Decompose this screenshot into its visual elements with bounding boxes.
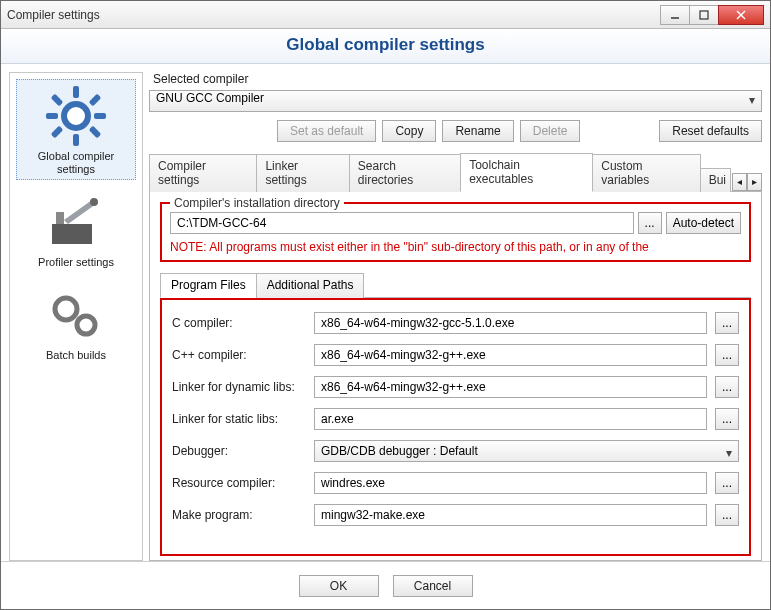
batch-gears-icon — [44, 283, 108, 347]
ok-button[interactable]: OK — [299, 575, 379, 597]
label-c-compiler: C compiler: — [172, 316, 306, 330]
input-linker-static[interactable] — [314, 408, 707, 430]
subtabbar: Program Files Additional Paths — [160, 272, 751, 298]
input-c-compiler[interactable] — [314, 312, 707, 334]
tab-scroll-nav: ◂ ▸ — [732, 173, 762, 191]
tab-custom-variables[interactable]: Custom variables — [592, 154, 700, 192]
sidebar-item-label: Profiler settings — [38, 256, 114, 269]
subtab-additional-paths[interactable]: Additional Paths — [256, 273, 365, 298]
row-linker-dynamic: Linker for dynamic libs: ... — [172, 376, 739, 398]
sidebar: Global compiler settings Profiler settin… — [9, 72, 143, 561]
label-cpp-compiler: C++ compiler: — [172, 348, 306, 362]
browse-make-program[interactable]: ... — [715, 504, 739, 526]
window-title: Compiler settings — [7, 8, 661, 22]
maximize-button[interactable] — [689, 5, 719, 25]
svg-rect-13 — [52, 224, 92, 244]
browse-resource-compiler[interactable]: ... — [715, 472, 739, 494]
tab-scroll-left[interactable]: ◂ — [732, 173, 747, 191]
selected-compiler-value: GNU GCC Compiler — [156, 91, 264, 105]
tab-scroll-right[interactable]: ▸ — [747, 173, 762, 191]
sidebar-item-global-compiler[interactable]: Global compiler settings — [16, 79, 136, 180]
body: Global compiler settings Profiler settin… — [1, 64, 770, 561]
copy-button[interactable]: Copy — [382, 120, 436, 142]
tab-content: Compiler's installation directory ... Au… — [149, 192, 762, 561]
browse-c-compiler[interactable]: ... — [715, 312, 739, 334]
select-debugger[interactable]: GDB/CDB debugger : Default — [314, 440, 739, 462]
row-c-compiler: C compiler: ... — [172, 312, 739, 334]
sidebar-item-profiler[interactable]: Profiler settings — [16, 186, 136, 273]
subtab-program-files[interactable]: Program Files — [160, 273, 257, 298]
input-resource-compiler[interactable] — [314, 472, 707, 494]
svg-point-15 — [90, 198, 98, 206]
svg-rect-9 — [51, 94, 64, 107]
svg-rect-7 — [46, 113, 58, 119]
cancel-button[interactable]: Cancel — [393, 575, 473, 597]
browse-button[interactable]: ... — [638, 212, 662, 234]
install-dir-legend: Compiler's installation directory — [170, 196, 344, 210]
input-make-program[interactable] — [314, 504, 707, 526]
sidebar-item-batch[interactable]: Batch builds — [16, 279, 136, 366]
rename-button[interactable]: Rename — [442, 120, 513, 142]
install-dir-fieldset: Compiler's installation directory ... Au… — [160, 202, 751, 262]
browse-linker-dynamic[interactable]: ... — [715, 376, 739, 398]
row-debugger: Debugger: GDB/CDB debugger : Default — [172, 440, 739, 462]
svg-rect-10 — [89, 126, 102, 139]
selected-compiler-select[interactable]: GNU GCC Compiler — [149, 90, 762, 112]
header-band: Global compiler settings — [1, 29, 770, 64]
tab-linker-settings[interactable]: Linker settings — [256, 154, 349, 192]
row-cpp-compiler: C++ compiler: ... — [172, 344, 739, 366]
install-dir-note: NOTE: All programs must exist either in … — [170, 240, 741, 254]
svg-point-4 — [64, 104, 88, 128]
autodetect-button[interactable]: Auto-detect — [666, 212, 741, 234]
reset-defaults-button[interactable]: Reset defaults — [659, 120, 762, 142]
svg-rect-11 — [89, 94, 102, 107]
install-dir-input[interactable] — [170, 212, 634, 234]
label-linker-dynamic: Linker for dynamic libs: — [172, 380, 306, 394]
label-debugger: Debugger: — [172, 444, 306, 458]
gear-icon — [44, 84, 108, 148]
svg-rect-1 — [700, 11, 708, 19]
row-make-program: Make program: ... — [172, 504, 739, 526]
tab-search-directories[interactable]: Search directories — [349, 154, 461, 192]
compiler-button-row: Set as default Copy Rename Delete Reset … — [149, 120, 762, 142]
label-resource-compiler: Resource compiler: — [172, 476, 306, 490]
label-linker-static: Linker for static libs: — [172, 412, 306, 426]
minimize-button[interactable] — [660, 5, 690, 25]
install-dir-row: ... Auto-detect — [170, 212, 741, 234]
browse-linker-static[interactable]: ... — [715, 408, 739, 430]
selected-compiler-label: Selected compiler — [153, 72, 762, 86]
svg-rect-6 — [73, 134, 79, 146]
svg-rect-5 — [73, 86, 79, 98]
svg-rect-14 — [56, 212, 64, 224]
dialog-footer: OK Cancel — [1, 561, 770, 609]
svg-rect-8 — [94, 113, 106, 119]
row-linker-static: Linker for static libs: ... — [172, 408, 739, 430]
tab-build-options[interactable]: Bui — [700, 168, 731, 192]
titlebar[interactable]: Compiler settings — [1, 1, 770, 29]
sidebar-item-label: Global compiler settings — [19, 150, 133, 175]
profiler-icon — [44, 190, 108, 254]
input-linker-dynamic[interactable] — [314, 376, 707, 398]
page-title: Global compiler settings — [1, 35, 770, 55]
tabbar: Compiler settings Linker settings Search… — [149, 152, 762, 192]
set-default-button[interactable]: Set as default — [277, 120, 376, 142]
browse-cpp-compiler[interactable]: ... — [715, 344, 739, 366]
tab-compiler-settings[interactable]: Compiler settings — [149, 154, 257, 192]
delete-button[interactable]: Delete — [520, 120, 581, 142]
input-cpp-compiler[interactable] — [314, 344, 707, 366]
tab-toolchain-executables[interactable]: Toolchain executables — [460, 153, 593, 192]
sidebar-item-label: Batch builds — [46, 349, 106, 362]
main-panel: Selected compiler GNU GCC Compiler Set a… — [149, 72, 762, 561]
program-files-panel: C compiler: ... C++ compiler: ... Linker… — [160, 298, 751, 556]
svg-rect-12 — [51, 126, 64, 139]
svg-point-16 — [55, 298, 77, 320]
window-controls — [661, 5, 764, 25]
row-resource-compiler: Resource compiler: ... — [172, 472, 739, 494]
svg-point-17 — [77, 316, 95, 334]
close-button[interactable] — [718, 5, 764, 25]
select-debugger-value: GDB/CDB debugger : Default — [321, 444, 478, 458]
dialog-window: Compiler settings Global compiler settin… — [0, 0, 771, 610]
label-make-program: Make program: — [172, 508, 306, 522]
